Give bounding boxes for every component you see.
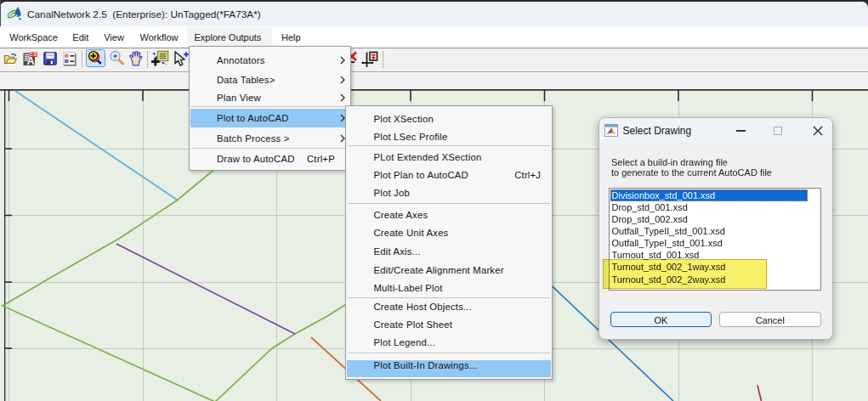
svg-text:A: A bbox=[26, 55, 34, 66]
svg-text:C-D: C-D bbox=[30, 53, 37, 57]
